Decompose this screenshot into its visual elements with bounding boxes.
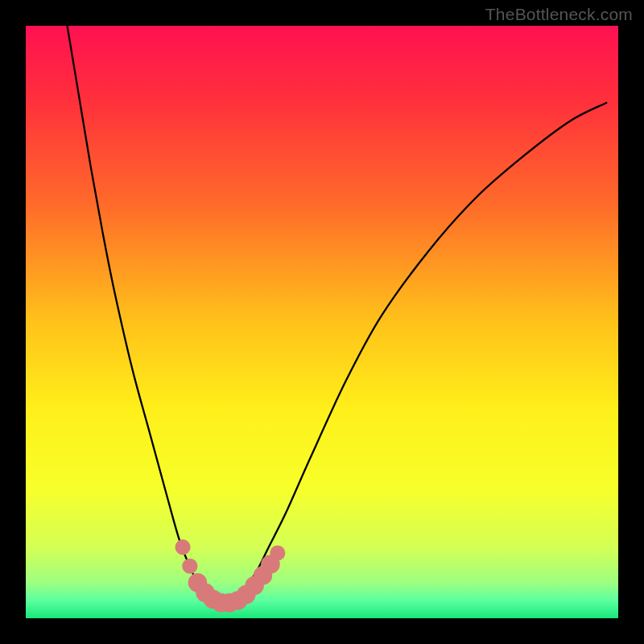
outer-frame: TheBottleneck.com <box>0 0 644 644</box>
chart-plot-area <box>26 26 618 618</box>
data-point <box>270 545 285 560</box>
gradient-background <box>26 26 618 618</box>
data-point <box>175 539 190 555</box>
data-point <box>182 559 197 574</box>
chart-svg <box>26 26 618 618</box>
watermark-text: TheBottleneck.com <box>485 5 633 24</box>
